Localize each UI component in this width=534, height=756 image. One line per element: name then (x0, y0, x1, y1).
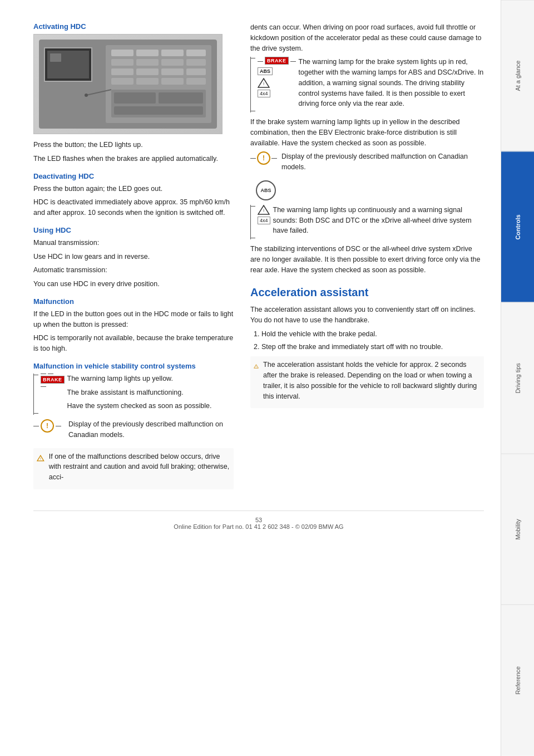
deactivating-hdc-heading: Deactivating HDC (33, 172, 234, 180)
brake-warning-block-left: BRAKE The warning lamp lights up yellow.… (33, 374, 234, 415)
svg-rect-22 (114, 92, 156, 104)
malfunction-vehicle-heading: Malfunction in vehicle stability control… (33, 362, 234, 370)
brake-warning-text: The warning lamp for the brake system li… (299, 57, 484, 112)
warning3-text: Have the system checked as soon as possi… (67, 401, 234, 411)
svg-rect-7 (161, 50, 184, 56)
acceleration-note-text: The acceleration assistant holds the veh… (263, 360, 481, 401)
malfunction-desc1: If the LED in the button goes out in the… (33, 309, 234, 330)
circle-i-icon-right: ! (257, 151, 270, 165)
r-bracket-top (251, 58, 255, 58)
svg-rect-9 (111, 59, 134, 66)
svg-rect-24 (114, 106, 203, 115)
abs-icon: ABS (258, 67, 273, 75)
warning-lamp-desc: The warning lamp lights up continuously … (273, 205, 484, 236)
activating-hdc-heading: Activating HDC (33, 22, 234, 31)
dash-icon-1 (41, 374, 46, 374)
svg-rect-3 (50, 53, 61, 62)
acceleration-steps-list: Hold the vehicle with the brake pedal. S… (250, 329, 484, 352)
4x4-icon-group2: 4x4 (258, 217, 270, 224)
warning-triangle-icon-left: ! (37, 451, 44, 465)
ebv-text: If the brake system warning lamp lights … (250, 117, 484, 148)
triangle-icon-right: ! (258, 78, 270, 88)
svg-rect-20 (186, 78, 206, 85)
warning-lamp-bracket (250, 205, 255, 239)
small-dash-4 (33, 426, 39, 426)
sidebar-tab-at-a-glance[interactable]: At a glance (501, 0, 534, 151)
dash-line3 (41, 386, 65, 387)
note-warning-box: ! If one of the malfunctions described b… (33, 448, 234, 489)
svg-rect-15 (161, 68, 184, 75)
right-bracket (250, 57, 255, 112)
svg-rect-18 (136, 78, 159, 85)
triangle-4x4-row: ! (258, 78, 296, 88)
canadian-icon-right-wrapper: ! (250, 151, 277, 165)
small-dash-line1 (41, 374, 65, 374)
warning2-text: The brake assistant is malfunctioning. (67, 387, 234, 398)
left-warning-text: The warning lamp lights up yellow. The b… (67, 374, 234, 415)
small-dash-5 (56, 426, 61, 426)
svg-rect-16 (186, 68, 206, 75)
brake-abs-warning-block: BRAKE ABS ! 4x4 (250, 57, 484, 112)
sidebar-tab-mobility[interactable]: Mobility (501, 454, 534, 605)
sidebar-tab-reference[interactable]: Reference (501, 605, 534, 756)
hdc-image (33, 34, 222, 134)
4x4-row: 4x4 (258, 90, 296, 97)
svg-rect-23 (159, 92, 203, 104)
manual-trans-desc: Use HDC in low gears and in reverse. (33, 252, 234, 262)
svg-rect-6 (136, 50, 159, 56)
brake-icon: BRAKE (41, 376, 65, 384)
display-malfunction-right: Display of the previously described malf… (281, 151, 484, 173)
r-bracket-bottom (251, 111, 255, 111)
bracket-bottom-line (34, 413, 38, 414)
4x4-icon-2: 4x4 (258, 217, 270, 224)
svg-rect-19 (161, 78, 184, 85)
wl-bracket-top (251, 206, 255, 207)
footer-text: Online Edition for Part no. 01 41 2 602 … (174, 523, 343, 530)
abs-line-row: ABS (258, 67, 296, 76)
stabilizing-text: The stabilizing interventions of DSC or … (250, 244, 484, 275)
hdc-deactivate-desc: HDC is deactivated immediately above app… (33, 197, 234, 218)
sidebar-tab-controls[interactable]: Controls (501, 151, 534, 303)
step-2: Step off the brake and immediately start… (261, 342, 484, 352)
warning-lamp-icons: ! 4x4 (258, 205, 270, 239)
dash-circle-row: ! (33, 419, 61, 433)
abs-circle-container: ABS (256, 180, 484, 200)
svg-rect-10 (136, 59, 159, 66)
brake-line-row: BRAKE (258, 57, 296, 66)
bracket-top-line (34, 375, 38, 375)
brake-icon-right: BRAKE (265, 57, 289, 65)
malfunction-desc2: HDC is temporarily not available, becaus… (33, 333, 234, 354)
canadian-models-left: ! Display of the previously described ma… (33, 419, 234, 444)
dash-b2 (290, 61, 296, 62)
brake-warning-desc: The warning lamp for the brake system li… (299, 57, 484, 109)
bracket-left (33, 374, 38, 415)
svg-rect-5 (111, 50, 134, 56)
dash-b1 (258, 61, 263, 62)
abs-circle-icon: ABS (256, 180, 276, 200)
page-number: 53 (255, 517, 262, 523)
warning-triangle-icon-right: ! (254, 360, 259, 373)
display-malfunction-left: Display of the previously described malf… (68, 419, 234, 440)
dash-c2 (271, 158, 277, 159)
warning-lamp-block: ! 4x4 The warning lamp lights up continu… (250, 205, 484, 239)
led-flashes-text: The LED flashes when the brakes are appl… (33, 154, 234, 164)
acceleration-note-box: ! The acceleration assistant holds the v… (250, 356, 484, 408)
main-content: Activating HDC (0, 0, 501, 756)
warning1-text: The warning lamp lights up yellow. (67, 374, 234, 384)
4x4-icon: 4x4 (258, 90, 270, 97)
press-button-text: Press the button; the LED lights up. (33, 140, 234, 150)
svg-rect-11 (161, 59, 184, 66)
canadian-icon-left: ! (33, 419, 61, 433)
svg-text:!: ! (263, 208, 264, 213)
sidebar-tab-driving-tips[interactable]: Driving tips (501, 302, 534, 454)
right-column: dents can occur. When driving on poor ro… (250, 22, 484, 494)
svg-rect-14 (136, 68, 159, 75)
auto-trans-label: Automatic transmission: (33, 265, 234, 276)
warning-lamp-text: The warning lamp lights up continuously … (273, 205, 484, 239)
svg-text:!: ! (263, 81, 264, 86)
dash-icon-2 (48, 374, 53, 374)
brake-abs-icons: BRAKE ABS ! 4x4 (258, 57, 296, 112)
manual-trans-label: Manual transmission: (33, 238, 234, 248)
wl-bracket-bottom (251, 238, 255, 238)
circle-i-icon-left: ! (41, 419, 54, 433)
